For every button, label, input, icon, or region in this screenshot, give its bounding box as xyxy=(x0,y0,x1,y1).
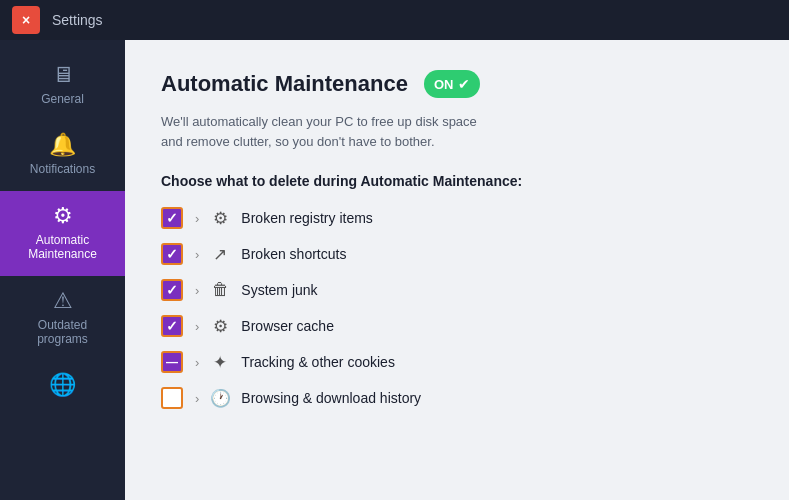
sidebar-item-label: General xyxy=(41,92,84,106)
content-description: We'll automatically clean your PC to fre… xyxy=(161,112,753,151)
history-icon: 🕐 xyxy=(209,388,231,409)
checkbox-broken-registry[interactable] xyxy=(161,207,183,229)
content-area: Automatic Maintenance ON ✔ We'll automat… xyxy=(125,40,789,500)
item-label: Browsing & download history xyxy=(241,390,421,406)
globe-icon: 🌐 xyxy=(49,374,76,396)
title-bar: × Settings xyxy=(0,0,789,40)
sidebar-item-label: Notifications xyxy=(30,162,95,176)
item-label: Tracking & other cookies xyxy=(241,354,395,370)
checkbox-system-junk[interactable] xyxy=(161,279,183,301)
shortcut-icon: ↗ xyxy=(209,244,231,265)
chevron-icon: › xyxy=(195,211,199,226)
cookie-icon: ✦ xyxy=(209,352,231,373)
sidebar-item-notifications[interactable]: 🔔 Notifications xyxy=(0,120,125,190)
sidebar-item-label: Outdatedprograms xyxy=(37,318,88,347)
sidebar-item-automatic-maintenance[interactable]: ⚙ AutomaticMaintenance xyxy=(0,191,125,276)
toggle-check-icon: ✔ xyxy=(458,76,470,92)
table-row: › 🕐 Browsing & download history xyxy=(161,383,753,413)
toggle-label: ON xyxy=(434,77,454,92)
notifications-icon: 🔔 xyxy=(49,134,76,156)
chevron-icon: › xyxy=(195,391,199,406)
choose-label: Choose what to delete during Automatic M… xyxy=(161,173,753,189)
close-button[interactable]: × xyxy=(12,6,40,34)
registry-icon: ⚙ xyxy=(209,208,231,229)
item-label: Broken registry items xyxy=(241,210,372,226)
outdated-icon: ⚠ xyxy=(53,290,73,312)
table-row: › ✦ Tracking & other cookies xyxy=(161,347,753,377)
item-label: Broken shortcuts xyxy=(241,246,346,262)
sidebar-item-label: AutomaticMaintenance xyxy=(28,233,97,262)
sidebar: 🖥 General 🔔 Notifications ⚙ AutomaticMai… xyxy=(0,40,125,500)
general-icon: 🖥 xyxy=(52,64,74,86)
chevron-icon: › xyxy=(195,355,199,370)
item-label: Browser cache xyxy=(241,318,334,334)
maintenance-icon: ⚙ xyxy=(53,205,73,227)
toggle-on[interactable]: ON ✔ xyxy=(424,70,481,98)
checkbox-tracking-cookies[interactable] xyxy=(161,351,183,373)
page-title: Automatic Maintenance xyxy=(161,71,408,97)
chevron-icon: › xyxy=(195,283,199,298)
checkbox-browsing-history[interactable] xyxy=(161,387,183,409)
trash-icon: 🗑 xyxy=(209,280,231,300)
table-row: › 🗑 System junk xyxy=(161,275,753,305)
content-header: Automatic Maintenance ON ✔ xyxy=(161,70,753,98)
chevron-icon: › xyxy=(195,319,199,334)
checkbox-broken-shortcuts[interactable] xyxy=(161,243,183,265)
table-row: › ⚙ Browser cache xyxy=(161,311,753,341)
sidebar-item-general[interactable]: 🖥 General xyxy=(0,50,125,120)
checkbox-browser-cache[interactable] xyxy=(161,315,183,337)
checkbox-list: › ⚙ Broken registry items › ↗ Broken sho… xyxy=(161,203,753,413)
sidebar-item-outdated-programs[interactable]: ⚠ Outdatedprograms xyxy=(0,276,125,361)
table-row: › ↗ Broken shortcuts xyxy=(161,239,753,269)
sidebar-item-extra[interactable]: 🌐 xyxy=(0,360,125,410)
chevron-icon: › xyxy=(195,247,199,262)
main-layout: 🖥 General 🔔 Notifications ⚙ AutomaticMai… xyxy=(0,40,789,500)
window-title: Settings xyxy=(52,12,103,28)
item-label: System junk xyxy=(241,282,317,298)
table-row: › ⚙ Broken registry items xyxy=(161,203,753,233)
browser-icon: ⚙ xyxy=(209,316,231,337)
